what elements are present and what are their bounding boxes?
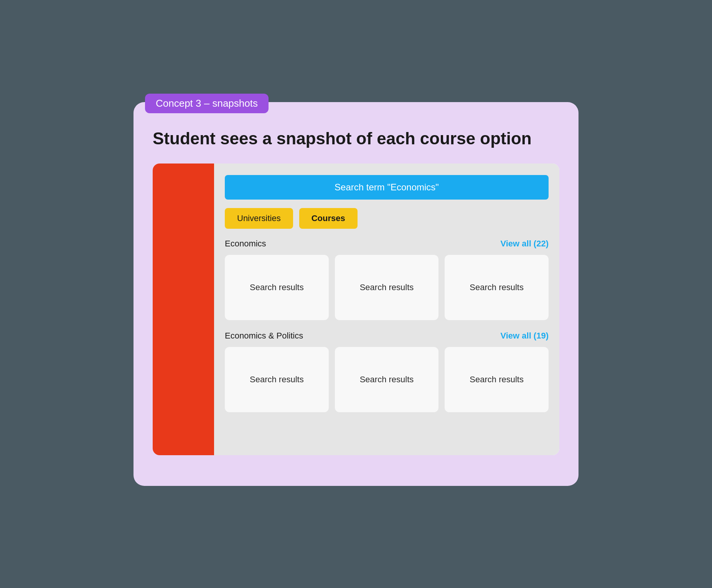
section-header-economics: Economics View all (22) [225, 239, 549, 249]
result-card[interactable]: Search results [225, 347, 329, 412]
view-all-economics[interactable]: View all (22) [500, 239, 549, 249]
result-card[interactable]: Search results [445, 255, 549, 320]
tab-universities[interactable]: Universities [225, 208, 293, 229]
view-all-economics-politics[interactable]: View all (19) [500, 331, 549, 341]
section-header-economics-politics: Economics & Politics View all (19) [225, 331, 549, 341]
result-card[interactable]: Search results [225, 255, 329, 320]
search-bar[interactable]: Search term "Economics" [225, 175, 549, 200]
cards-grid-economics-politics: Search results Search results Search res… [225, 347, 549, 412]
outer-container: Concept 3 – snapshots Student sees a sna… [134, 102, 578, 486]
cards-grid-economics: Search results Search results Search res… [225, 255, 549, 320]
main-card: Search term "Economics" Universities Cou… [153, 164, 559, 455]
tabs-row: Universities Courses [225, 208, 549, 229]
tab-courses[interactable]: Courses [299, 208, 358, 229]
red-sidebar [153, 164, 214, 455]
section-title-economics-politics: Economics & Politics [225, 331, 303, 341]
concept-badge: Concept 3 – snapshots [145, 94, 269, 113]
section-economics-politics: Economics & Politics View all (19) Searc… [225, 331, 549, 412]
section-title-economics: Economics [225, 239, 266, 249]
result-card[interactable]: Search results [335, 347, 439, 412]
result-card[interactable]: Search results [335, 255, 439, 320]
page-title: Student sees a snapshot of each course o… [153, 129, 559, 148]
content-area: Search term "Economics" Universities Cou… [214, 164, 559, 455]
result-card[interactable]: Search results [445, 347, 549, 412]
section-economics: Economics View all (22) Search results S… [225, 239, 549, 320]
